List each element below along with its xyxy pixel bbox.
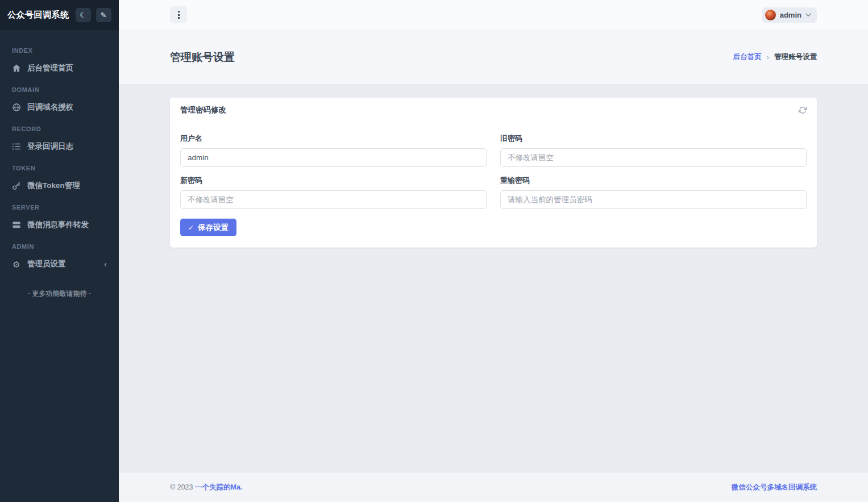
copyright-text: © 2023 — [170, 483, 193, 491]
user-menu-button[interactable]: admin — [762, 7, 817, 23]
list-icon — [12, 142, 21, 151]
sidebar-item-label: 管理员设置 — [27, 259, 66, 269]
author-link[interactable]: 一个失踪的Ma. — [195, 483, 242, 491]
sidebar-item-login-log[interactable]: 登录回调日志 — [0, 136, 119, 157]
password-form: 用户名 旧密码 新密码 重输密码 — [180, 133, 807, 209]
system-name-link[interactable]: 微信公众号多域名回调系统 — [732, 483, 817, 492]
check-icon: ✓ — [188, 224, 194, 231]
save-settings-button[interactable]: ✓ 保存设置 — [180, 219, 236, 236]
sidebar-item-wechat-token[interactable]: 微信Token管理 — [0, 175, 119, 196]
sidebar-item-label: 登录回调日志 — [27, 141, 73, 152]
new-password-label: 新密码 — [180, 175, 487, 186]
card-title: 管理密码修改 — [180, 105, 226, 115]
main-area: admin 管理账号设置 后台首页 › 管理账号设置 管理密码修改 用户名 — [119, 0, 868, 502]
password-settings-card: 管理密码修改 用户名 旧密码 新密码 — [170, 98, 817, 248]
theme-customize-button[interactable]: ✎ — [96, 8, 111, 22]
card-body: 用户名 旧密码 新密码 重输密码 — [170, 123, 817, 248]
new-password-input[interactable] — [180, 190, 487, 209]
sidebar-item-dashboard[interactable]: 后台管理首页 — [0, 58, 119, 78]
confirm-password-label: 重输密码 — [500, 175, 807, 186]
save-button-label: 保存设置 — [198, 223, 229, 233]
sidebar-section-token: TOKEN — [0, 157, 119, 175]
chevron-left-icon: ‹ — [104, 260, 107, 268]
sidebar-section-server: SERVER — [0, 196, 119, 215]
confirm-password-field-group: 重输密码 — [500, 175, 807, 209]
old-password-field-group: 旧密码 — [500, 133, 807, 167]
sidebar-menu: INDEX 后台管理首页 DOMAIN 回调域名授权 RECORD 登录回调日志… — [0, 30, 119, 274]
sidebar-item-label: 微信Token管理 — [27, 181, 80, 191]
username-input[interactable] — [180, 148, 487, 167]
server-icon — [12, 220, 21, 229]
key-icon — [12, 181, 21, 190]
new-password-field-group: 新密码 — [180, 175, 487, 209]
brush-icon: ✎ — [101, 11, 107, 19]
footer: © 2023 一个失踪的Ma. 微信公众号多域名回调系统 — [119, 473, 868, 502]
sidebar-section-admin: ADMIN — [0, 235, 119, 254]
globe-icon — [12, 103, 21, 112]
app-title: 公众号回调系统 — [7, 10, 69, 20]
username-label: 用户名 — [180, 133, 487, 144]
kebab-icon — [178, 11, 180, 19]
username-field-group: 用户名 — [180, 133, 487, 167]
refresh-icon — [799, 106, 807, 114]
chevron-down-icon — [805, 13, 811, 17]
sidebar-item-admin-settings[interactable]: ⚙ 管理员设置 ‹ — [0, 254, 119, 274]
refresh-button[interactable] — [799, 106, 807, 114]
page-title: 管理账号设置 — [170, 50, 235, 65]
old-password-input[interactable] — [500, 148, 807, 167]
sidebar-item-label: 回调域名授权 — [27, 102, 73, 112]
old-password-label: 旧密码 — [500, 133, 807, 144]
sidebar-item-message-forward[interactable]: 微信消息事件转发 — [0, 215, 119, 235]
confirm-password-input[interactable] — [500, 190, 807, 209]
card-header: 管理密码修改 — [170, 98, 817, 123]
moon-icon: ☾ — [80, 11, 86, 19]
sidebar-section-domain: DOMAIN — [0, 78, 119, 97]
menu-toggle-button[interactable] — [170, 6, 187, 23]
breadcrumb-current: 管理账号设置 — [774, 52, 817, 62]
sidebar-section-index: INDEX — [0, 39, 119, 58]
chevron-right-icon: › — [767, 53, 769, 61]
dark-mode-toggle-button[interactable]: ☾ — [76, 8, 91, 22]
sidebar-section-record: RECORD — [0, 118, 119, 136]
sidebar: 公众号回调系统 ☾ ✎ INDEX 后台管理首页 DOMAIN 回调域名授权 R… — [0, 0, 119, 502]
home-icon — [12, 64, 21, 73]
breadcrumb-home-link[interactable]: 后台首页 — [733, 52, 762, 62]
sidebar-item-callback-domain[interactable]: 回调域名授权 — [0, 97, 119, 118]
sidebar-item-label: 微信消息事件转发 — [27, 220, 89, 230]
avatar — [765, 10, 776, 20]
topbar: admin — [119, 0, 868, 30]
gear-icon: ⚙ — [12, 260, 21, 269]
footer-copyright: © 2023 一个失踪的Ma. — [170, 483, 242, 492]
breadcrumb: 后台首页 › 管理账号设置 — [733, 52, 817, 62]
sidebar-item-label: 后台管理首页 — [27, 63, 73, 73]
page-header: 管理账号设置 后台首页 › 管理账号设置 — [119, 30, 868, 84]
user-name: admin — [780, 11, 801, 19]
content: 管理密码修改 用户名 旧密码 新密码 — [119, 84, 868, 473]
sidebar-footer-note: - 更多功能敬请期待 - — [0, 289, 119, 299]
sidebar-header: 公众号回调系统 ☾ ✎ — [0, 0, 119, 30]
